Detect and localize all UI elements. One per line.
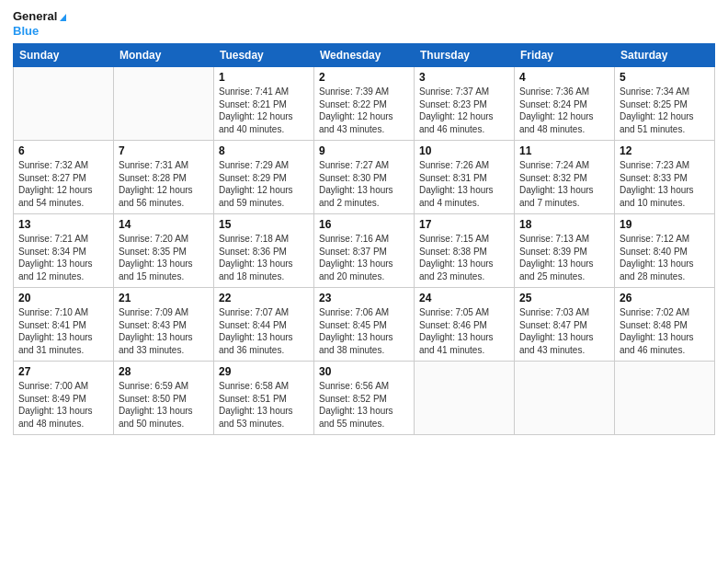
day-number: 13 xyxy=(18,218,108,231)
day-detail: Sunrise: 7:15 AM Sunset: 8:38 PM Dayligh… xyxy=(419,233,509,282)
day-detail: Sunrise: 7:29 AM Sunset: 8:29 PM Dayligh… xyxy=(219,159,309,209)
day-detail: Sunrise: 7:06 AM Sunset: 8:45 PM Dayligh… xyxy=(319,306,409,356)
calendar-cell: 16Sunrise: 7:16 AM Sunset: 8:37 PM Dayli… xyxy=(314,214,415,288)
day-number: 24 xyxy=(419,292,509,304)
day-number: 6 xyxy=(18,144,108,157)
day-detail: Sunrise: 7:10 AM Sunset: 8:41 PM Dayligh… xyxy=(18,306,108,356)
calendar-header-row: SundayMondayTuesdayWednesdayThursdayFrid… xyxy=(14,44,715,67)
day-detail: Sunrise: 7:12 AM Sunset: 8:40 PM Dayligh… xyxy=(620,233,710,282)
day-number: 15 xyxy=(219,218,309,231)
calendar-cell: 14Sunrise: 7:20 AM Sunset: 8:35 PM Dayli… xyxy=(114,214,214,288)
day-number: 16 xyxy=(319,218,409,231)
page-header: General Blue xyxy=(13,9,715,38)
day-number: 2 xyxy=(319,71,409,84)
calendar-cell: 30Sunrise: 6:56 AM Sunset: 8:52 PM Dayli… xyxy=(314,362,415,435)
day-detail: Sunrise: 7:37 AM Sunset: 8:23 PM Dayligh… xyxy=(419,86,509,135)
day-number: 25 xyxy=(519,292,609,304)
day-detail: Sunrise: 7:26 AM Sunset: 8:31 PM Dayligh… xyxy=(419,159,509,209)
day-number: 14 xyxy=(119,218,209,231)
logo-line1: General xyxy=(13,9,66,24)
day-detail: Sunrise: 7:07 AM Sunset: 8:44 PM Dayligh… xyxy=(219,306,309,356)
day-detail: Sunrise: 7:09 AM Sunset: 8:43 PM Dayligh… xyxy=(119,306,209,356)
calendar-cell: 19Sunrise: 7:12 AM Sunset: 8:40 PM Dayli… xyxy=(615,214,715,288)
day-detail: Sunrise: 7:32 AM Sunset: 8:27 PM Dayligh… xyxy=(18,159,108,209)
day-number: 1 xyxy=(219,71,309,84)
day-detail: Sunrise: 7:03 AM Sunset: 8:47 PM Dayligh… xyxy=(519,306,609,356)
weekday-header-thursday: Thursday xyxy=(415,44,515,67)
day-detail: Sunrise: 7:05 AM Sunset: 8:46 PM Dayligh… xyxy=(419,306,509,356)
day-detail: Sunrise: 6:56 AM Sunset: 8:52 PM Dayligh… xyxy=(319,380,409,430)
day-detail: Sunrise: 7:39 AM Sunset: 8:22 PM Dayligh… xyxy=(319,86,409,135)
calendar-cell: 9Sunrise: 7:27 AM Sunset: 8:30 PM Daylig… xyxy=(314,141,415,214)
day-number: 5 xyxy=(620,71,710,84)
calendar-cell: 20Sunrise: 7:10 AM Sunset: 8:41 PM Dayli… xyxy=(14,288,114,362)
day-detail: Sunrise: 7:41 AM Sunset: 8:21 PM Dayligh… xyxy=(219,86,309,135)
calendar-cell: 28Sunrise: 6:59 AM Sunset: 8:50 PM Dayli… xyxy=(114,362,214,435)
calendar-cell xyxy=(114,67,214,141)
calendar-cell: 3Sunrise: 7:37 AM Sunset: 8:23 PM Daylig… xyxy=(415,67,515,141)
calendar-cell xyxy=(615,362,715,435)
weekday-header-sunday: Sunday xyxy=(14,44,114,67)
calendar-cell: 2Sunrise: 7:39 AM Sunset: 8:22 PM Daylig… xyxy=(314,67,415,141)
calendar-cell: 29Sunrise: 6:58 AM Sunset: 8:51 PM Dayli… xyxy=(214,362,314,435)
calendar-cell: 22Sunrise: 7:07 AM Sunset: 8:44 PM Dayli… xyxy=(214,288,314,362)
calendar-cell xyxy=(14,67,114,141)
calendar-cell: 27Sunrise: 7:00 AM Sunset: 8:49 PM Dayli… xyxy=(14,362,114,435)
day-number: 4 xyxy=(519,71,609,84)
calendar-cell: 8Sunrise: 7:29 AM Sunset: 8:29 PM Daylig… xyxy=(214,141,314,214)
day-number: 8 xyxy=(219,144,309,157)
weekday-header-tuesday: Tuesday xyxy=(214,44,314,67)
day-detail: Sunrise: 7:18 AM Sunset: 8:36 PM Dayligh… xyxy=(219,233,309,282)
logo-line2: Blue xyxy=(13,24,66,39)
day-detail: Sunrise: 6:58 AM Sunset: 8:51 PM Dayligh… xyxy=(219,380,309,430)
weekday-header-friday: Friday xyxy=(515,44,615,67)
day-number: 27 xyxy=(18,365,108,378)
day-detail: Sunrise: 7:02 AM Sunset: 8:48 PM Dayligh… xyxy=(620,306,710,356)
calendar-cell: 4Sunrise: 7:36 AM Sunset: 8:24 PM Daylig… xyxy=(515,67,615,141)
day-detail: Sunrise: 7:00 AM Sunset: 8:49 PM Dayligh… xyxy=(18,380,108,430)
day-detail: Sunrise: 6:59 AM Sunset: 8:50 PM Dayligh… xyxy=(119,380,209,430)
calendar-cell: 17Sunrise: 7:15 AM Sunset: 8:38 PM Dayli… xyxy=(415,214,515,288)
day-detail: Sunrise: 7:23 AM Sunset: 8:33 PM Dayligh… xyxy=(620,159,710,209)
day-number: 18 xyxy=(519,218,609,231)
day-number: 22 xyxy=(219,292,309,304)
calendar-cell: 6Sunrise: 7:32 AM Sunset: 8:27 PM Daylig… xyxy=(14,141,114,214)
day-detail: Sunrise: 7:31 AM Sunset: 8:28 PM Dayligh… xyxy=(119,159,209,209)
weekday-header-saturday: Saturday xyxy=(615,44,715,67)
logo: General Blue xyxy=(13,9,66,38)
calendar-cell: 18Sunrise: 7:13 AM Sunset: 8:39 PM Dayli… xyxy=(515,214,615,288)
day-number: 17 xyxy=(419,218,509,231)
calendar-cell: 21Sunrise: 7:09 AM Sunset: 8:43 PM Dayli… xyxy=(114,288,214,362)
day-detail: Sunrise: 7:21 AM Sunset: 8:34 PM Dayligh… xyxy=(18,233,108,282)
calendar-table: SundayMondayTuesdayWednesdayThursdayFrid… xyxy=(13,43,715,435)
day-number: 29 xyxy=(219,365,309,378)
logo-text: General Blue xyxy=(13,9,66,38)
day-number: 11 xyxy=(519,144,609,157)
day-number: 7 xyxy=(119,144,209,157)
day-detail: Sunrise: 7:24 AM Sunset: 8:32 PM Dayligh… xyxy=(519,159,609,209)
calendar-cell: 23Sunrise: 7:06 AM Sunset: 8:45 PM Dayli… xyxy=(314,288,415,362)
day-number: 3 xyxy=(419,71,509,84)
day-number: 21 xyxy=(119,292,209,304)
calendar-cell: 13Sunrise: 7:21 AM Sunset: 8:34 PM Dayli… xyxy=(14,214,114,288)
day-number: 23 xyxy=(319,292,409,304)
day-number: 19 xyxy=(620,218,710,231)
calendar-cell: 5Sunrise: 7:34 AM Sunset: 8:25 PM Daylig… xyxy=(615,67,715,141)
day-number: 10 xyxy=(419,144,509,157)
day-number: 26 xyxy=(620,292,710,304)
day-detail: Sunrise: 7:34 AM Sunset: 8:25 PM Dayligh… xyxy=(620,86,710,135)
calendar-cell: 26Sunrise: 7:02 AM Sunset: 8:48 PM Dayli… xyxy=(615,288,715,362)
day-detail: Sunrise: 7:20 AM Sunset: 8:35 PM Dayligh… xyxy=(119,233,209,282)
calendar-cell: 11Sunrise: 7:24 AM Sunset: 8:32 PM Dayli… xyxy=(515,141,615,214)
calendar-cell: 25Sunrise: 7:03 AM Sunset: 8:47 PM Dayli… xyxy=(515,288,615,362)
day-number: 30 xyxy=(319,365,409,378)
calendar-cell: 24Sunrise: 7:05 AM Sunset: 8:46 PM Dayli… xyxy=(415,288,515,362)
calendar-cell xyxy=(415,362,515,435)
calendar-cell: 12Sunrise: 7:23 AM Sunset: 8:33 PM Dayli… xyxy=(615,141,715,214)
calendar-cell: 7Sunrise: 7:31 AM Sunset: 8:28 PM Daylig… xyxy=(114,141,214,214)
day-detail: Sunrise: 7:27 AM Sunset: 8:30 PM Dayligh… xyxy=(319,159,409,209)
day-number: 28 xyxy=(119,365,209,378)
day-detail: Sunrise: 7:13 AM Sunset: 8:39 PM Dayligh… xyxy=(519,233,609,282)
weekday-header-monday: Monday xyxy=(114,44,214,67)
calendar-cell: 1Sunrise: 7:41 AM Sunset: 8:21 PM Daylig… xyxy=(214,67,314,141)
